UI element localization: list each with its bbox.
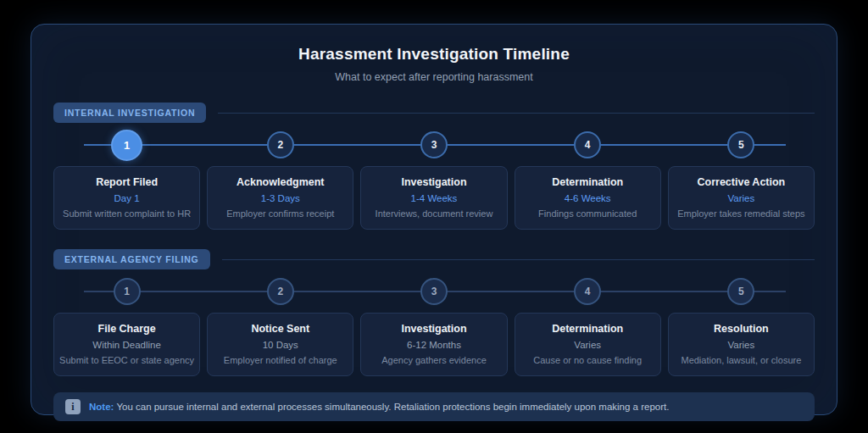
card-title: Investigation bbox=[366, 323, 501, 335]
card-duration: Varies bbox=[674, 193, 809, 203]
card-title: Corrective Action bbox=[674, 176, 809, 188]
card-duration: 6-12 Months bbox=[366, 340, 501, 350]
section-badge-external: EXTERNAL AGENCY FILING bbox=[53, 249, 210, 269]
card-title: Notice Sent bbox=[213, 323, 348, 335]
card-duration: 1-3 Days bbox=[213, 193, 348, 203]
step-circle-3: 3 bbox=[420, 131, 448, 158]
step-card: Acknowledgment 1-3 Days Employer confirm… bbox=[207, 166, 353, 230]
card-description: Cause or no cause finding bbox=[520, 355, 655, 365]
note-box: i Note: You can pursue internal and exte… bbox=[53, 392, 815, 421]
step-card: Determination 4-6 Weeks Findings communi… bbox=[515, 166, 661, 230]
note-label: Note: bbox=[89, 402, 114, 412]
step-card: Notice Sent 10 Days Employer notified of… bbox=[207, 313, 353, 376]
section-divider-line bbox=[218, 113, 815, 114]
section-badge-internal: INTERNAL INVESTIGATION bbox=[53, 103, 206, 123]
step-card: Report Filed Day 1 Submit written compla… bbox=[53, 166, 200, 230]
card-description: Interviews, document review bbox=[366, 208, 501, 219]
card-description: Findings communicated bbox=[520, 208, 655, 219]
timeline-internal: 1 2 3 4 5 bbox=[53, 125, 815, 164]
step-circle-4: 4 bbox=[574, 278, 601, 305]
card-duration: 1-4 Weeks bbox=[366, 193, 501, 203]
note-body: You can pursue internal and external pro… bbox=[116, 402, 669, 412]
card-description: Mediation, lawsuit, or closure bbox=[674, 355, 809, 365]
card-duration: 4-6 Weeks bbox=[520, 193, 655, 203]
card-duration: Varies bbox=[674, 340, 809, 350]
section-divider-line bbox=[222, 259, 815, 260]
step-card: Investigation 6-12 Months Agency gathers… bbox=[360, 313, 507, 376]
timeline-panel: Harassment Investigation Timeline What t… bbox=[31, 24, 837, 415]
timeline-external: 1 2 3 4 5 bbox=[53, 272, 815, 311]
step-circle-1: 1 bbox=[111, 130, 142, 161]
card-description: Employer takes remedial steps bbox=[674, 208, 809, 219]
step-circle-2: 2 bbox=[267, 131, 294, 158]
step-card: Investigation 1-4 Weeks Interviews, docu… bbox=[360, 166, 507, 230]
info-icon: i bbox=[65, 399, 81, 414]
step-card: File Charge Within Deadline Submit to EE… bbox=[53, 313, 200, 376]
step-circle-1: 1 bbox=[114, 278, 141, 305]
step-circle-5: 5 bbox=[727, 131, 754, 158]
card-duration: Day 1 bbox=[59, 193, 194, 203]
card-duration: 10 Days bbox=[213, 340, 348, 350]
card-title: Determination bbox=[520, 176, 655, 188]
step-card: Resolution Varies Mediation, lawsuit, or… bbox=[668, 313, 815, 376]
card-title: Investigation bbox=[366, 176, 501, 188]
section-header: INTERNAL INVESTIGATION bbox=[53, 103, 815, 123]
page-title: Harassment Investigation Timeline bbox=[53, 45, 815, 64]
card-duration: Within Deadline bbox=[59, 340, 194, 350]
card-title: Determination bbox=[520, 323, 655, 335]
step-circle-2: 2 bbox=[267, 278, 294, 305]
card-title: Resolution bbox=[674, 323, 809, 335]
card-duration: Varies bbox=[520, 340, 655, 350]
note-text: Note: You can pursue internal and extern… bbox=[89, 402, 669, 412]
section-header: EXTERNAL AGENCY FILING bbox=[53, 249, 815, 269]
card-title: Report Filed bbox=[59, 176, 194, 188]
card-description: Employer confirms receipt bbox=[213, 208, 348, 219]
page-subtitle: What to expect after reporting harassmen… bbox=[53, 71, 815, 83]
step-circle-4: 4 bbox=[574, 131, 601, 158]
section-internal-investigation: INTERNAL INVESTIGATION 1 2 3 4 5 Report … bbox=[53, 103, 815, 230]
card-title: File Charge bbox=[59, 323, 194, 335]
step-card: Corrective Action Varies Employer takes … bbox=[668, 166, 815, 230]
step-circle-3: 3 bbox=[420, 278, 448, 305]
step-card: Determination Varies Cause or no cause f… bbox=[515, 313, 661, 376]
card-title: Acknowledgment bbox=[213, 176, 348, 188]
section-external-agency-filing: EXTERNAL AGENCY FILING 1 2 3 4 5 File Ch… bbox=[53, 249, 815, 376]
card-description: Agency gathers evidence bbox=[366, 355, 501, 365]
card-description: Submit to EEOC or state agency bbox=[59, 355, 194, 365]
card-description: Submit written complaint to HR bbox=[59, 208, 194, 219]
step-circle-5: 5 bbox=[727, 278, 754, 305]
card-description: Employer notified of charge bbox=[213, 355, 348, 365]
